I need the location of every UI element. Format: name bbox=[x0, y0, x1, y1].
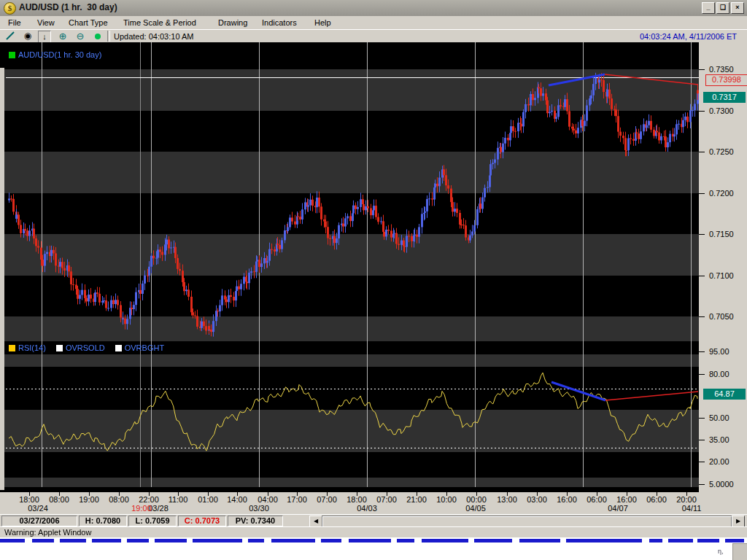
zoom-out-icon[interactable]: ⊖ bbox=[74, 31, 86, 42]
page-corner-box bbox=[732, 543, 747, 560]
current-price-label: 0.7317 bbox=[703, 92, 746, 103]
close-button[interactable]: × bbox=[731, 2, 744, 14]
scrollbar-thumb[interactable] bbox=[322, 516, 732, 527]
menu-item-time-scale-period[interactable]: Time Scale & Period bbox=[121, 18, 198, 28]
time-axis-label: 06:00 bbox=[582, 495, 611, 504]
time-axis-label: 00:00 bbox=[462, 495, 491, 504]
menu-item-indicators[interactable]: Indicators bbox=[260, 18, 299, 28]
trendline-tool-icon[interactable] bbox=[4, 31, 16, 42]
page-dash-line bbox=[155, 539, 187, 542]
page-dash-line bbox=[271, 539, 315, 542]
crosshair-time-label: 19:00 bbox=[128, 504, 155, 513]
time-axis-label: 18:00 bbox=[15, 495, 44, 504]
title-bar: $ AUD/USD (1 hr. 30 day) _ ❏ × bbox=[0, 0, 747, 16]
page-dash-line bbox=[397, 539, 414, 542]
rsi-legend-label: OVRSOLD bbox=[66, 343, 105, 352]
applet-warning-bar: Warning: Applet Window bbox=[0, 526, 747, 537]
date-axis-label: 03/30 bbox=[243, 504, 275, 513]
menu-item-chart-type[interactable]: Chart Type bbox=[66, 18, 110, 28]
status-datetime: 03/27/2006 19:00:00 bbox=[1, 516, 77, 526]
page-dash-line bbox=[697, 539, 719, 542]
scroll-down-arrow-button[interactable]: ↓ bbox=[38, 31, 51, 43]
page-dash-line bbox=[248, 539, 264, 542]
toolbar-separator bbox=[107, 31, 110, 42]
page-dash-line bbox=[474, 539, 512, 542]
price-axis-label: 0.7150 bbox=[709, 230, 734, 238]
status-low: L: 0.7059 bbox=[128, 516, 177, 526]
price-axis-tick bbox=[699, 440, 705, 440]
price-axis-label: 0.7100 bbox=[709, 271, 734, 280]
application-window: $ AUD/USD (1 hr. 30 day) _ ❏ × FileViewC… bbox=[0, 0, 747, 560]
status-bar: 03/27/2006 19:00:00 H: 0.7080 L: 0.7059 … bbox=[0, 514, 747, 527]
page-dash-line bbox=[649, 539, 662, 542]
menu-item-view[interactable]: View bbox=[35, 18, 57, 28]
toolbar: ◉ ↓ ⊕ ⊖ Updated: 04:03:10 AM 04:03:24 AM… bbox=[0, 29, 747, 44]
page-dash-line bbox=[519, 539, 560, 542]
clock-label: 04:03:24 AM, 4/11/2006 ET bbox=[640, 32, 737, 41]
symbol-legend-label: AUD/USD(1 hr. 30 day) bbox=[18, 50, 101, 59]
time-axis-label: 22:00 bbox=[134, 495, 163, 504]
rsi-legend-swatch bbox=[115, 345, 122, 351]
price-axis-tick bbox=[699, 193, 705, 194]
page-dash-line bbox=[127, 539, 149, 542]
page-dash-line bbox=[349, 539, 391, 542]
page-dash-line bbox=[668, 539, 693, 542]
zoom-in-icon[interactable]: ⊕ bbox=[57, 31, 69, 42]
price-axis-label: 5.0000 bbox=[709, 480, 734, 489]
page-dash-line bbox=[92, 539, 121, 542]
time-axis-label: 19:00 bbox=[74, 495, 104, 504]
rsi-legend-label: OVRBGHT bbox=[125, 343, 164, 352]
price-chart-canvas[interactable] bbox=[0, 42, 699, 490]
price-axis-tick bbox=[699, 374, 705, 375]
time-axis-label: 17:00 bbox=[282, 495, 311, 504]
page-dash-line bbox=[321, 539, 341, 542]
price-axis-tick bbox=[699, 418, 705, 419]
time-axis: 18:0008:0019:0008:0022:0011:0001:0014:00… bbox=[0, 490, 747, 514]
time-axis-label: 04:00 bbox=[253, 495, 282, 504]
plot-bottom-border bbox=[0, 490, 699, 492]
time-axis-label: 07:00 bbox=[312, 495, 341, 504]
minimize-button[interactable]: _ bbox=[702, 2, 715, 14]
status-high: H: 0.7080 bbox=[79, 516, 127, 526]
price-axis-label: 80.00 bbox=[709, 370, 729, 378]
page-bottom-area: η, bbox=[0, 537, 747, 560]
window-title: AUD/USD (1 hr. 30 day) bbox=[19, 2, 117, 12]
status-pivot: PV: 0.7340 bbox=[228, 516, 283, 526]
app-coin-icon: $ bbox=[4, 2, 16, 15]
price-axis-tick bbox=[699, 462, 705, 462]
time-axis-label: 10:00 bbox=[432, 495, 461, 504]
left-inset-border bbox=[0, 68, 4, 514]
price-axis-tick bbox=[699, 152, 705, 152]
rsi-legend: RSI(14)OVRSOLDOVRBGHT bbox=[9, 343, 171, 352]
updated-label: Updated: 04:03:10 AM bbox=[114, 32, 193, 41]
page-dash-line bbox=[0, 539, 25, 542]
page-dash-line bbox=[60, 539, 86, 542]
time-axis-label: 18:00 bbox=[342, 495, 371, 504]
date-axis-label: 04/05 bbox=[460, 504, 492, 513]
menu-item-file[interactable]: File bbox=[6, 18, 23, 28]
page-dash-line bbox=[32, 539, 54, 542]
price-axis-tick bbox=[699, 276, 705, 276]
page-dash-line bbox=[566, 539, 642, 542]
menu-item-help[interactable]: Help bbox=[312, 18, 333, 28]
price-axis-label: 50.00 bbox=[709, 413, 729, 422]
price-axis-tick bbox=[699, 484, 705, 485]
date-axis-label: 04/03 bbox=[351, 504, 383, 513]
time-axis-label: 01:00 bbox=[193, 495, 222, 504]
pointer-mode-icon[interactable]: ◉ bbox=[22, 31, 34, 42]
price-axis-tick bbox=[699, 234, 705, 235]
time-axis-label: 16:00 bbox=[612, 495, 641, 504]
restore-button[interactable]: ❏ bbox=[716, 2, 729, 14]
date-axis-label: 03/24 bbox=[22, 504, 54, 513]
menu-item-drawing[interactable]: Drawing bbox=[216, 18, 249, 28]
time-axis-label: 11:00 bbox=[163, 495, 193, 504]
price-axis-tick bbox=[699, 111, 705, 112]
price-axis-label: 35.00 bbox=[709, 435, 729, 444]
main-chart-legend: AUD/USD(1 hr. 30 day) bbox=[9, 50, 101, 59]
page-dash-line bbox=[422, 539, 468, 542]
time-axis-label: 08:00 bbox=[104, 495, 133, 504]
time-axis-label: 14:00 bbox=[222, 495, 252, 504]
page-fragment-text: η, bbox=[718, 548, 724, 555]
price-axis-label: 95.00 bbox=[709, 347, 729, 356]
price-axis-tick bbox=[699, 316, 705, 317]
